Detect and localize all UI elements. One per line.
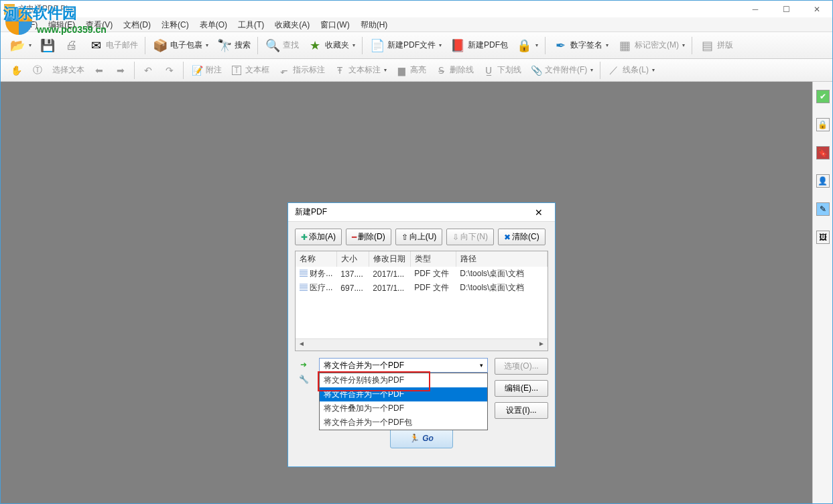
table-row[interactable]: ▤ 医疗... 697....2017/1... PDF 文件D:\tools\…	[296, 281, 548, 295]
pdf-icon: ▤	[300, 269, 308, 278]
new-pdf-button[interactable]: 📄新建PDF文件▾	[366, 34, 445, 57]
dialog-titlebar: 新建PDF ✕	[288, 203, 555, 222]
settings-button[interactable]: 设置(I)...	[495, 402, 548, 419]
go-label: Go	[422, 434, 434, 443]
add-button[interactable]: ✚添加(A)	[295, 229, 342, 245]
titlebar: 文电通PDF Plus ─ ☐ ✕	[1, 1, 832, 17]
favorites-button[interactable]: ★收藏夹▾	[304, 34, 359, 57]
new-file-icon: 📄	[369, 38, 385, 54]
textmark-button[interactable]: Ŧ文本标注▾	[330, 60, 390, 80]
dialog-close-button[interactable]: ✕	[529, 206, 548, 219]
menu-form[interactable]: 表单(O)	[194, 17, 233, 32]
undo-button[interactable]: ↶	[138, 60, 158, 80]
file-list[interactable]: 名称 大小 修改日期 类型 路径 ▤ 财务... 137....2017/1..…	[295, 251, 548, 351]
sign-button[interactable]: ✒数字签名▾	[549, 34, 612, 57]
menu-document[interactable]: 文档(D)	[118, 17, 156, 32]
strike-icon: S̶	[434, 64, 448, 77]
merge-mode-combo[interactable]: 将文件合并为一个PDF ▾ 将文件分别转换为PDF 将文件合并为一个PDF 将文…	[319, 358, 488, 373]
text-tool[interactable]: Ⓣ	[27, 60, 48, 80]
move-up-button[interactable]: ⇧向上(U)	[395, 229, 443, 245]
toolbar-annotate: ✋ Ⓣ 选择文本 ⬅ ➡ ↶ ↷ 📝附注 🅃文本框 ⬐指示标注 Ŧ文本标注▾ ▆…	[1, 59, 832, 82]
runner-icon: 🏃	[409, 434, 420, 443]
tile-button[interactable]: ▤拼版	[696, 34, 736, 57]
move-down-button[interactable]: ⇩向下(N)	[446, 229, 494, 245]
hand-icon: ✋	[9, 64, 23, 77]
menu-help[interactable]: 帮助(H)	[355, 17, 393, 32]
combo-option-selected[interactable]: 将文件合并为一个PDF	[320, 387, 487, 401]
redact-icon: ▦	[617, 38, 633, 54]
side-image-icon[interactable]: 🖼	[816, 231, 830, 244]
side-person-icon[interactable]: 👤	[816, 174, 830, 188]
highlight-icon: ▆	[395, 64, 408, 77]
select-text-button[interactable]: 选择文本	[49, 60, 88, 80]
combo-option[interactable]: 将文件叠加为一个PDF	[320, 401, 487, 416]
redo-button[interactable]: ↷	[159, 60, 180, 80]
hand-tool[interactable]: ✋	[6, 60, 26, 80]
col-path[interactable]: 路径	[456, 251, 547, 267]
nav-prev[interactable]: ⬅	[89, 60, 109, 80]
menu-favorites[interactable]: 收藏夹(A)	[269, 17, 315, 32]
combo-value: 将文件合并为一个PDF	[324, 360, 404, 371]
strike-button[interactable]: S̶删除线	[431, 60, 477, 80]
maximize-button[interactable]: ☐	[771, 1, 802, 17]
col-name[interactable]: 名称	[296, 251, 336, 267]
delete-button[interactable]: ━删除(D)	[346, 229, 391, 245]
side-panel: ✔ 🔒 🔖 👤 ✎ 🖼	[812, 82, 832, 503]
side-lock-icon[interactable]: 🔒	[816, 118, 830, 131]
new-pdf-package-button[interactable]: 📕新建PDF包	[446, 34, 511, 57]
textbox-icon: 🅃	[230, 64, 243, 77]
print-icon: 🖨	[64, 38, 80, 54]
redact-button[interactable]: ▦标记密文(M)▾	[613, 34, 688, 57]
save-button[interactable]: 💾	[36, 34, 59, 57]
clear-button[interactable]: ✖清除(C)	[498, 229, 546, 245]
chevron-down-icon: ▾	[480, 362, 483, 369]
file-attach-button[interactable]: 📎文件附件(F)▾	[526, 60, 596, 80]
email-button[interactable]: ✉电子邮件	[84, 34, 141, 57]
star-icon: ★	[307, 38, 323, 54]
side-check-icon[interactable]: ✔	[816, 90, 830, 103]
arrow-down-icon: ⇩	[452, 233, 459, 242]
col-date[interactable]: 修改日期	[369, 251, 410, 267]
line-button[interactable]: ／线条(L)▾	[604, 60, 658, 80]
underline-icon: U̲	[482, 64, 495, 77]
options-button[interactable]: 选项(O)...	[495, 358, 548, 375]
find-button[interactable]: 🔍查找	[261, 34, 302, 57]
underline-button[interactable]: U̲下划线	[478, 60, 525, 80]
scroll-right-icon[interactable]: ►	[535, 340, 548, 351]
menu-window[interactable]: 窗口(W)	[315, 17, 355, 32]
textbox-button[interactable]: 🅃文本框	[227, 60, 273, 80]
combo-option[interactable]: 将文件分别转换为PDF	[320, 373, 487, 387]
menu-annotate[interactable]: 注释(C)	[156, 17, 194, 32]
close-button[interactable]: ✕	[802, 1, 832, 17]
highlight-button[interactable]: ▆高亮	[391, 60, 430, 80]
col-type[interactable]: 类型	[410, 251, 456, 267]
menubar: 文件(F) 编辑(E) 查看(V) 文档(D) 注释(C) 表单(O) 工具(T…	[1, 17, 832, 32]
edit-button[interactable]: 编辑(E)...	[495, 380, 548, 397]
combo-dropdown: 将文件分别转换为PDF 将文件合并为一个PDF 将文件叠加为一个PDF 将文件合…	[319, 373, 488, 430]
nav-next[interactable]: ➡	[111, 60, 131, 80]
table-row[interactable]: ▤ 财务... 137....2017/1... PDF 文件D:\tools\…	[296, 267, 548, 281]
find-icon: 🔍	[265, 38, 281, 54]
combo-option[interactable]: 将文件合并为一个PDF包	[320, 416, 487, 430]
menu-tools[interactable]: 工具(T)	[233, 17, 269, 32]
epackage-button[interactable]: 📦电子包裹▾	[149, 34, 212, 57]
security-button[interactable]: 🔒▾	[513, 34, 541, 57]
scroll-left-icon[interactable]: ◄	[296, 340, 308, 351]
folder-open-icon: 📂	[9, 38, 25, 54]
callout-button[interactable]: ⬐指示标注	[274, 60, 328, 80]
callout-icon: ⬐	[277, 64, 291, 77]
side-edit-icon[interactable]: ✎	[816, 202, 830, 216]
print-button[interactable]: 🖨	[60, 34, 83, 57]
minimize-button[interactable]: ─	[740, 1, 771, 17]
search-tool-button[interactable]: 🔭搜索	[213, 34, 254, 57]
horizontal-scrollbar[interactable]: ◄ ►	[296, 338, 548, 351]
side-bookmark-icon[interactable]: 🔖	[816, 146, 830, 160]
page-prev-icon: ⬅	[92, 64, 106, 77]
undo-icon: ↶	[141, 64, 155, 77]
tile-icon: ▤	[699, 38, 715, 54]
note-button[interactable]: 📝附注	[187, 60, 225, 80]
app-title: 文电通PDF Plus	[18, 3, 740, 15]
open-button[interactable]: 📂▾	[6, 34, 35, 57]
col-size[interactable]: 大小	[336, 251, 369, 267]
go-button[interactable]: 🏃 Go	[390, 428, 453, 448]
